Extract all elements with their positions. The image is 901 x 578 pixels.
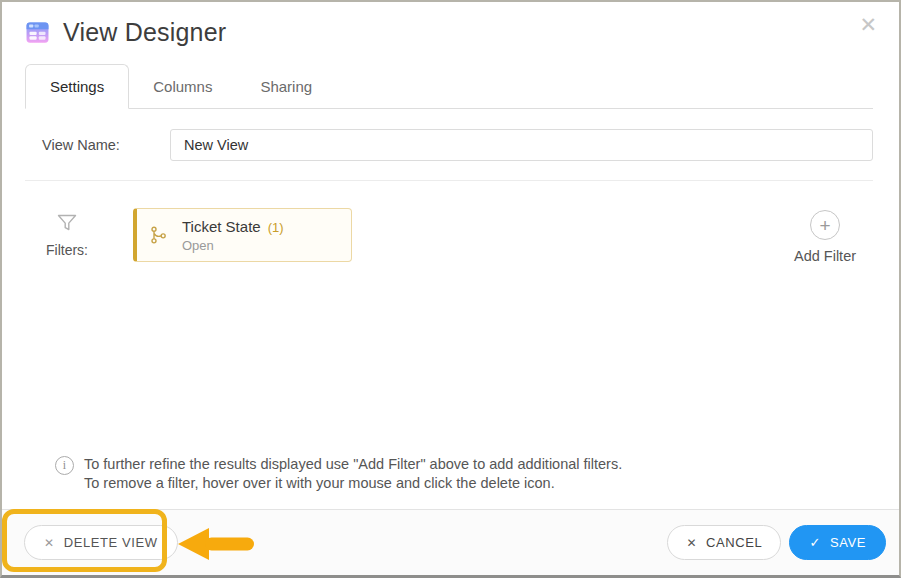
cancel-x-icon: ✕ (686, 536, 697, 550)
add-filter-button[interactable]: + Add Filter (777, 208, 873, 264)
tab-columns[interactable]: Columns (129, 65, 236, 108)
tab-sharing[interactable]: Sharing (236, 65, 336, 108)
info-note: i To further refine the results displaye… (25, 455, 873, 509)
view-designer-dialog: View Designer ✕ Settings Columns Sharing… (0, 0, 901, 578)
branch-icon (149, 224, 169, 246)
view-name-input[interactable] (170, 129, 873, 161)
settings-panel: View Name: Filters: (2, 109, 899, 509)
filter-chip-text: Ticket State (1) Open (182, 218, 284, 253)
dialog-title: View Designer (63, 18, 226, 47)
filter-chip-ticket-state[interactable]: Ticket State (1) Open (133, 208, 352, 262)
filters-label-block: Filters: (25, 208, 109, 258)
view-name-label: View Name: (25, 137, 170, 153)
dialog-header: View Designer ✕ (2, 2, 899, 47)
delete-view-button[interactable]: ✕ DELETE VIEW (24, 525, 178, 560)
cancel-label: CANCEL (706, 535, 762, 550)
add-circle-icon: + (810, 210, 840, 240)
cancel-button[interactable]: ✕ CANCEL (667, 525, 781, 560)
funnel-icon (55, 211, 79, 235)
save-label: SAVE (830, 535, 866, 550)
tab-bar: Settings Columns Sharing (25, 64, 873, 109)
filters-section: Filters: Ticket State (1) Op (25, 208, 873, 264)
delete-view-label: DELETE VIEW (64, 535, 158, 550)
add-filter-label: Add Filter (794, 248, 856, 264)
info-icon: i (55, 456, 74, 475)
tab-settings[interactable]: Settings (25, 64, 129, 109)
filters-label: Filters: (46, 242, 88, 258)
close-icon[interactable]: ✕ (859, 14, 877, 35)
info-text: To further refine the results displayed … (84, 455, 622, 493)
dialog-footer: ✕ DELETE VIEW ✕ CANCEL ✓ SAVE (2, 509, 899, 575)
section-divider (25, 180, 873, 181)
view-designer-icon (24, 19, 51, 46)
save-check-icon: ✓ (809, 535, 821, 550)
save-button[interactable]: ✓ SAVE (789, 525, 886, 560)
info-line-2: To remove a filter, hover over it with y… (84, 474, 622, 493)
filter-chip-value: Open (182, 238, 284, 253)
info-line-1: To further refine the results displayed … (84, 455, 622, 474)
empty-space (25, 264, 873, 455)
delete-x-icon: ✕ (44, 536, 55, 550)
filter-chip-name: Ticket State (182, 218, 261, 235)
filter-chip-count: (1) (268, 220, 284, 235)
view-name-row: View Name: (25, 129, 873, 161)
